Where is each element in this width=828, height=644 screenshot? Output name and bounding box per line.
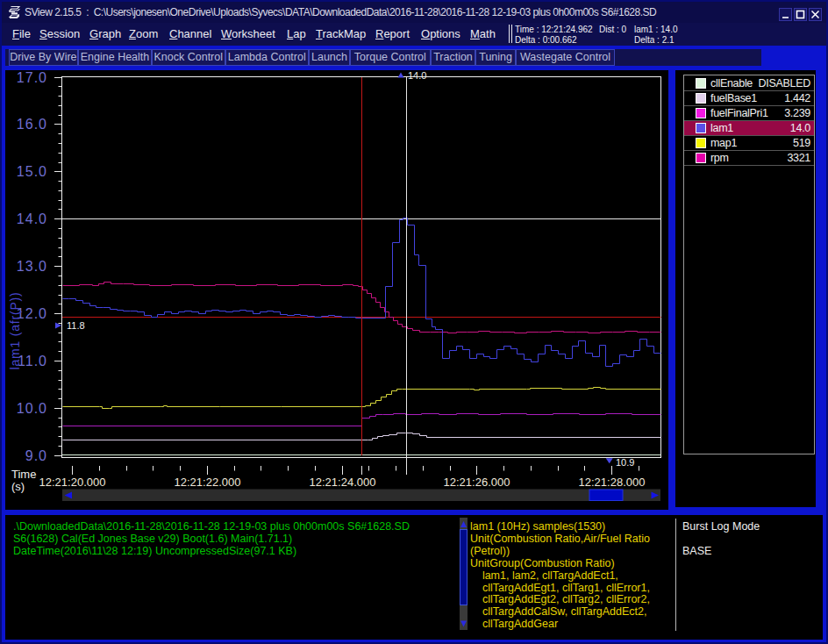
svg-text:(s): (s) xyxy=(11,480,25,493)
svg-text:15.0: 15.0 xyxy=(17,164,47,179)
svg-text:16.0: 16.0 xyxy=(17,117,47,132)
svg-text:11.0: 11.0 xyxy=(18,354,47,369)
svg-text:14.0: 14.0 xyxy=(408,70,426,81)
svg-text:9.0: 9.0 xyxy=(25,448,47,463)
svg-text:12:21:28.000: 12:21:28.000 xyxy=(579,476,646,489)
svg-text:17.0: 17.0 xyxy=(17,70,47,85)
svg-text:10.0: 10.0 xyxy=(17,401,47,416)
svg-text:10.9: 10.9 xyxy=(616,457,634,468)
svg-text:14.0: 14.0 xyxy=(17,211,47,226)
svg-text:Time: Time xyxy=(11,468,36,481)
svg-text:13.0: 13.0 xyxy=(17,259,47,274)
svg-text:12:21:20.000: 12:21:20.000 xyxy=(39,476,106,489)
svg-text:12:21:22.000: 12:21:22.000 xyxy=(175,476,241,489)
svg-text:lam1 (afr(P)): lam1 (afr(P)) xyxy=(8,292,22,370)
svg-text:12:21:26.000: 12:21:26.000 xyxy=(444,476,510,489)
svg-text:11.8: 11.8 xyxy=(67,320,85,331)
svg-text:12:21:24.000: 12:21:24.000 xyxy=(310,476,376,489)
